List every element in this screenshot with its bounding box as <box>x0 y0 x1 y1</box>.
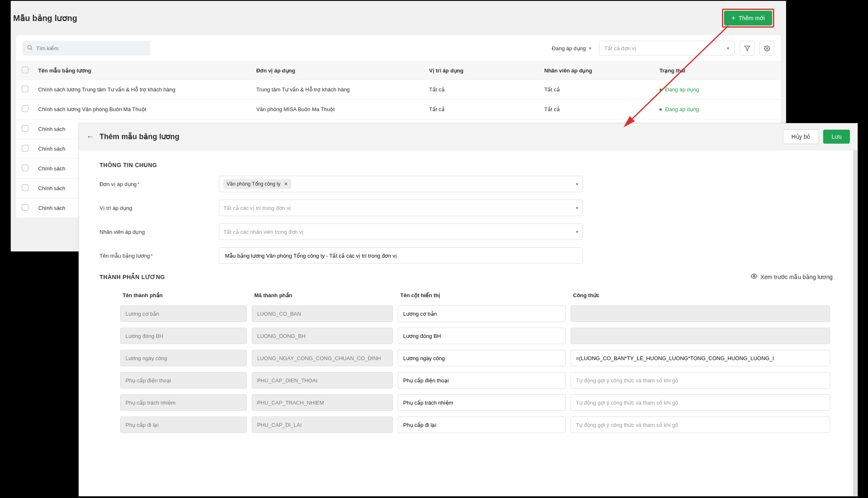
unit-chip: Văn phòng Tổng công ty ✕ <box>223 179 291 189</box>
page-title: Mẫu bảng lương <box>13 13 77 23</box>
component-name-input <box>120 305 247 322</box>
template-name-input[interactable] <box>219 247 583 264</box>
required-mark: * <box>151 253 153 259</box>
search-input-wrap[interactable] <box>23 41 150 56</box>
col-employee: Nhân viên áp dụng <box>540 62 655 80</box>
select-all-checkbox[interactable] <box>22 67 28 73</box>
chip-remove-icon[interactable]: ✕ <box>284 181 288 187</box>
row-checkbox[interactable] <box>22 165 28 171</box>
modal-title: Thêm mẫu bảng lương <box>100 132 783 141</box>
row-checkbox[interactable] <box>22 86 28 92</box>
plus-icon: + <box>731 15 735 21</box>
cancel-button[interactable]: Hủy bỏ <box>783 129 819 144</box>
employee-select[interactable]: Tất cả các nhân viên trong đơn vị ▾ <box>219 223 583 240</box>
required-mark: * <box>137 181 139 187</box>
preview-link[interactable]: Xem trước mẫu bảng lương <box>751 273 833 281</box>
save-button[interactable]: Lưu <box>823 130 850 144</box>
col-name: Tên mẫu bảng lương <box>34 62 252 80</box>
back-arrow-icon[interactable]: ← <box>86 133 94 141</box>
component-name-input <box>120 394 247 411</box>
display-name-input[interactable] <box>398 350 566 366</box>
cell-position: Tất cả <box>425 80 540 100</box>
table-row[interactable]: Chính sách lương Trung tâm Tư vấn & Hỗ t… <box>16 80 781 100</box>
status-badge: Đang áp dụng <box>659 86 777 93</box>
formula-input <box>571 305 830 322</box>
row-checkbox[interactable] <box>22 125 28 132</box>
component-name-input <box>120 417 247 433</box>
component-code-input <box>252 328 393 344</box>
cell-employee: Tất cả <box>540 100 655 119</box>
unit-filter[interactable]: Tất cả đơn vị ▾ <box>599 41 735 56</box>
component-row <box>100 391 833 414</box>
formula-input[interactable] <box>571 372 830 389</box>
col-position: Vị trí áp dụng <box>425 62 540 80</box>
position-select[interactable]: Tất cả các vị trí trong đơn vị ▾ <box>219 200 583 216</box>
component-row <box>100 347 833 369</box>
chevron-down-icon: ▾ <box>727 46 729 51</box>
svg-point-0 <box>28 46 32 49</box>
chevron-down-icon: ▾ <box>576 182 578 187</box>
component-row <box>100 369 833 391</box>
formula-input[interactable] <box>571 417 830 433</box>
display-name-input[interactable] <box>398 328 566 344</box>
col-status: Trạng thái <box>655 62 781 80</box>
chevron-down-icon: ▾ <box>576 205 578 211</box>
search-input[interactable] <box>35 45 146 52</box>
components-table: Tên thành phần Mã thành phần Tên cột hiể… <box>100 288 833 436</box>
label-unit: Đơn vị áp dụng* <box>100 181 219 187</box>
component-code-input <box>252 372 393 389</box>
table-row[interactable]: Chính sách lương Văn phòng Buôn Ma Thuột… <box>16 100 781 119</box>
row-checkbox[interactable] <box>22 204 28 211</box>
eye-icon <box>751 273 757 281</box>
row-checkbox[interactable] <box>22 105 28 112</box>
display-name-input[interactable] <box>398 394 566 411</box>
section-general-info: THÔNG TIN CHUNG <box>100 162 833 168</box>
svg-marker-2 <box>745 46 750 50</box>
status-filter[interactable]: Đang áp dụng ▾ <box>550 45 594 51</box>
component-row <box>100 303 833 325</box>
formula-input <box>571 328 830 344</box>
row-checkbox[interactable] <box>22 145 28 151</box>
cell-name: Chính sách lương Trung tâm Tư vấn & Hỗ t… <box>34 80 252 100</box>
col-component-code: Mã thành phần <box>249 288 395 303</box>
formula-input[interactable] <box>571 350 830 366</box>
cell-name: Chính sách lương Văn phòng Buôn Ma Thuột <box>34 100 252 119</box>
add-template-modal: ← Thêm mẫu bảng lương Hủy bỏ Lưu THÔNG T… <box>79 123 858 496</box>
component-name-input <box>120 372 247 389</box>
label-template-name: Tên mẫu bảng lương* <box>100 253 219 259</box>
unit-select[interactable]: Văn phòng Tổng công ty ✕ ▾ <box>219 176 583 192</box>
component-name-input <box>120 328 247 344</box>
settings-button[interactable] <box>759 41 774 56</box>
col-component-name: Tên thành phần <box>118 288 249 303</box>
svg-line-1 <box>31 49 32 50</box>
component-row <box>100 325 833 347</box>
unit-filter-label: Tất cả đơn vị <box>604 45 636 51</box>
svg-point-6 <box>753 275 755 277</box>
add-button-highlight: + Thêm mới <box>722 9 774 28</box>
component-code-input <box>252 305 393 322</box>
row-checkbox[interactable] <box>22 184 28 191</box>
status-filter-label: Đang áp dụng <box>552 45 586 51</box>
add-button[interactable]: + Thêm mới <box>724 11 772 26</box>
component-code-input <box>252 417 393 433</box>
display-name-input[interactable] <box>398 372 566 389</box>
col-unit: Đơn vị áp dụng <box>252 62 425 80</box>
cell-employee: Tất cả <box>540 80 655 100</box>
search-icon <box>27 44 33 52</box>
chevron-down-icon: ▾ <box>589 46 592 51</box>
component-code-input <box>252 350 393 366</box>
formula-input[interactable] <box>571 394 830 411</box>
status-badge: Đang áp dụng <box>659 106 777 112</box>
cell-unit: Văn phòng MISA Buôn Ma Thuột <box>252 100 425 119</box>
section-components: THÀNH PHẦN LƯƠNG <box>100 274 165 280</box>
add-button-label: Thêm mới <box>739 15 765 21</box>
display-name-input[interactable] <box>398 305 566 322</box>
col-formula: Công thức <box>568 288 833 303</box>
chevron-down-icon: ▾ <box>576 229 578 235</box>
label-employee: Nhân viên áp dụng <box>100 229 219 235</box>
display-name-input[interactable] <box>398 417 566 433</box>
component-name-input <box>120 350 247 366</box>
component-code-input <box>252 394 393 411</box>
filter-button[interactable] <box>740 41 754 56</box>
component-row <box>100 414 833 436</box>
